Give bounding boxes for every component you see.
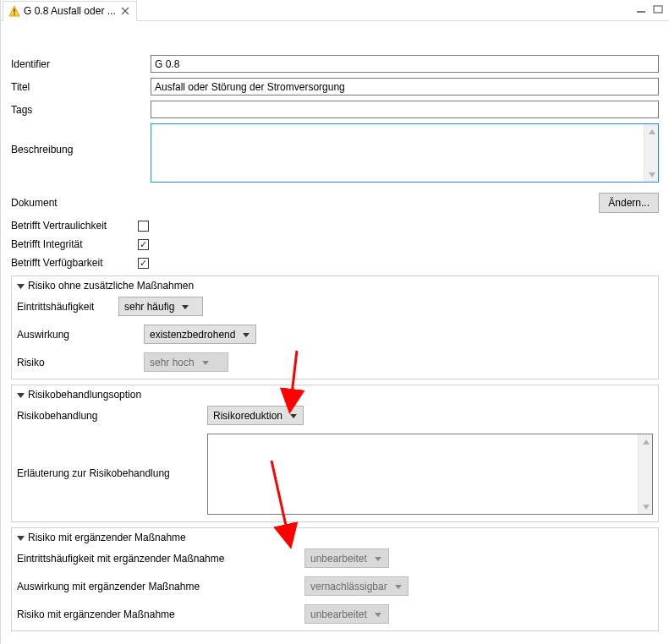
s2-treatment-value: Risikoreduktion	[213, 410, 282, 422]
s1-impact-label: Auswirkung	[17, 329, 144, 341]
scroll-down-icon[interactable]	[639, 499, 653, 514]
tags-input[interactable]	[151, 101, 659, 118]
s2-explanation-wrapper	[207, 434, 653, 515]
svg-marker-14	[290, 414, 297, 418]
identifier-label: Identifier	[11, 58, 151, 70]
s1-risk-select: sehr hoch	[144, 352, 228, 372]
chevron-down-icon	[288, 412, 299, 420]
svg-marker-13	[17, 393, 25, 398]
availability-label: Betrifft Verfügbarkeit	[11, 257, 138, 269]
warning-icon	[8, 5, 20, 17]
confidentiality-label: Betrifft Vertraulichkeit	[11, 220, 138, 232]
scroll-up-icon[interactable]	[644, 124, 659, 139]
svg-marker-17	[17, 536, 25, 541]
description-textarea[interactable]	[151, 124, 644, 182]
s1-frequency-select[interactable]: sehr häufig	[118, 297, 203, 316]
s2-explanation-label: Erläuterung zur Risikobehandlung	[17, 434, 207, 479]
chevron-down-icon	[372, 610, 384, 619]
maximize-view-icon[interactable]	[650, 3, 666, 15]
svg-marker-7	[649, 129, 655, 134]
tab-bar: G 0.8 Ausfall oder ...	[1, 0, 669, 21]
svg-marker-8	[649, 172, 655, 177]
chevron-down-icon	[372, 554, 384, 563]
title-input[interactable]	[151, 78, 659, 96]
svg-rect-5	[637, 11, 645, 13]
s3-risk-label: Risiko mit ergänzender Maßnahme	[17, 609, 304, 620]
svg-rect-6	[654, 6, 662, 13]
svg-marker-12	[202, 361, 209, 365]
s1-risk-value: sehr hoch	[150, 357, 195, 368]
s2-explanation-textarea[interactable]	[208, 434, 638, 514]
section3-header: Risiko mit ergänzender Maßnahme	[28, 532, 186, 543]
tab-title: G 0.8 Ausfall oder ...	[24, 5, 116, 17]
scroll-down-icon[interactable]	[644, 167, 659, 182]
document-label: Dokument	[11, 197, 151, 209]
confidentiality-checkbox[interactable]	[138, 221, 149, 232]
section-risk-treatment: Risikobehandlungsoption Risikobehandlung…	[11, 385, 659, 522]
s3-impact-label: Auswirkung mit ergänzender Maßnahme	[17, 581, 304, 592]
section-risk-with-measure: Risiko mit ergänzender Maßnahme Eintritt…	[11, 527, 659, 631]
scrollbar[interactable]	[638, 434, 652, 514]
description-wrapper	[151, 123, 659, 183]
close-icon[interactable]	[119, 5, 131, 17]
section1-header: Risiko ohne zusätzliche Maßnahmen	[28, 280, 194, 292]
identifier-input[interactable]	[151, 55, 659, 73]
change-button[interactable]: Ändern...	[599, 193, 659, 213]
svg-rect-1	[14, 9, 15, 13]
chevron-down-icon	[200, 358, 211, 367]
availability-checkbox[interactable]	[138, 258, 149, 269]
integrity-checkbox[interactable]	[138, 239, 149, 250]
svg-marker-19	[395, 585, 402, 589]
svg-marker-16	[643, 505, 650, 510]
chevron-down-icon	[179, 303, 191, 311]
scrollbar[interactable]	[644, 124, 658, 182]
s1-frequency-label: Eintrittshäufigkeit	[17, 301, 118, 313]
s3-risk-select: unbearbeitet	[304, 604, 389, 624]
s1-frequency-value: sehr häufig	[124, 301, 174, 313]
s3-frequency-select: unbearbeitet	[304, 548, 389, 568]
section2-header: Risikobehandlungsoption	[28, 389, 141, 401]
svg-marker-20	[375, 613, 381, 617]
svg-marker-10	[182, 305, 189, 309]
collapse-icon[interactable]	[17, 534, 25, 542]
s3-frequency-label: Eintrittshäufigkeit mit ergänzender Maßn…	[17, 553, 304, 565]
scroll-up-icon[interactable]	[639, 434, 653, 449]
tab-active[interactable]: G 0.8 Ausfall oder ...	[3, 1, 137, 21]
s3-frequency-value: unbearbeitet	[310, 553, 367, 565]
s2-treatment-label: Risikobehandlung	[17, 410, 207, 422]
chevron-down-icon	[240, 330, 252, 339]
s2-treatment-select[interactable]: Risikoreduktion	[207, 406, 304, 425]
collapse-icon[interactable]	[17, 282, 25, 290]
svg-marker-15	[643, 439, 650, 445]
svg-marker-9	[17, 284, 25, 289]
s3-risk-value: unbearbeitet	[310, 609, 367, 620]
s1-risk-label: Risiko	[17, 357, 144, 368]
minimize-view-icon[interactable]	[633, 3, 649, 15]
svg-marker-18	[375, 557, 381, 561]
s1-impact-value: existenzbedrohend	[150, 329, 235, 341]
collapse-icon[interactable]	[17, 391, 25, 399]
s1-impact-select[interactable]: existenzbedrohend	[144, 325, 256, 344]
integrity-label: Betrifft Integrität	[11, 238, 138, 250]
chevron-down-icon	[392, 582, 404, 591]
description-label: Beschreibung	[11, 123, 151, 156]
svg-rect-2	[14, 14, 15, 15]
s3-impact-value: vernachlässigbar	[310, 581, 387, 592]
section-risk-without-measures: Risiko ohne zusätzliche Maßnahmen Eintri…	[11, 276, 659, 379]
svg-marker-11	[243, 333, 250, 337]
title-label: Titel	[11, 81, 151, 93]
tags-label: Tags	[11, 104, 151, 116]
s3-impact-select: vernachlässigbar	[304, 576, 409, 596]
